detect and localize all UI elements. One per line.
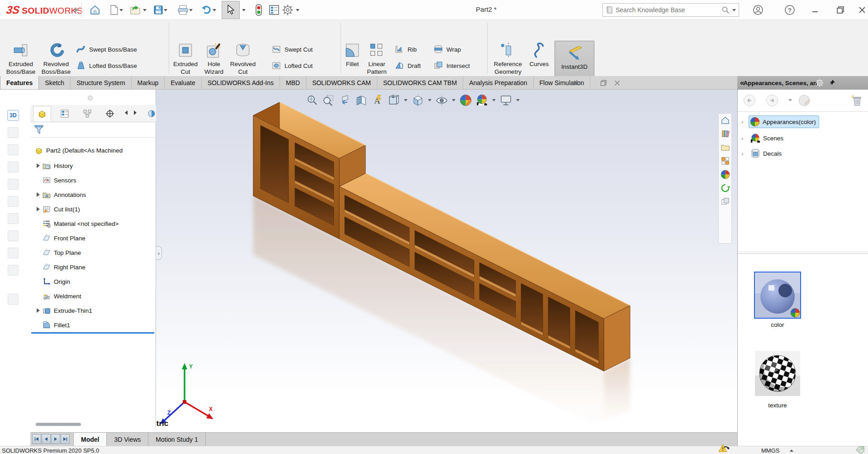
file-explorer-icon[interactable] <box>721 143 730 152</box>
display-style-icon[interactable] <box>412 94 424 106</box>
tab-mbd[interactable]: MBD <box>280 76 306 89</box>
dimxpertmanager-tab[interactable] <box>101 106 119 121</box>
tab-scroll-right-icon[interactable] <box>133 110 138 116</box>
search-input[interactable] <box>616 6 719 14</box>
print-button[interactable] <box>176 4 189 16</box>
apply-scene-icon[interactable] <box>476 94 488 106</box>
left-toolbar-button-4[interactable] <box>6 160 20 174</box>
previous-tab-button[interactable] <box>42 434 51 444</box>
search-knowledge-base[interactable] <box>602 3 739 17</box>
zoom-area-icon[interactable] <box>323 94 335 106</box>
select-tool-caret[interactable] <box>241 4 247 16</box>
open-caret[interactable] <box>142 4 147 16</box>
rebuild-button[interactable] <box>252 4 265 16</box>
toolbar-expand-icon[interactable] <box>70 4 83 16</box>
new-document-caret[interactable] <box>119 4 124 16</box>
tab-structure-system[interactable]: Structure System <box>71 76 131 89</box>
tree-item-history[interactable]: History <box>30 158 156 173</box>
units-value[interactable]: MMGS <box>761 447 779 454</box>
lofted-boss-button[interactable]: Lofted Boss/Base <box>76 59 137 72</box>
pane-back-button[interactable] <box>743 94 756 107</box>
display-style-caret[interactable] <box>428 99 432 101</box>
chevron-right-icon[interactable]: › <box>741 150 749 157</box>
tree-item-sensors[interactable]: Sensors <box>30 173 156 187</box>
featuremanager-tab[interactable] <box>33 106 51 121</box>
left-toolbar-button-3[interactable] <box>6 143 20 157</box>
last-tab-button[interactable] <box>61 434 70 444</box>
design-library-icon[interactable] <box>721 129 730 139</box>
tree-item-extrude-thin[interactable]: Extrude-Thin1 <box>30 303 156 318</box>
apply-scene-caret[interactable] <box>492 99 496 101</box>
appearance-thumbnail-texture[interactable] <box>755 351 800 396</box>
tag-icon[interactable] <box>855 446 865 454</box>
resources-home-icon[interactable] <box>721 115 730 125</box>
options-pane-button[interactable] <box>268 4 280 16</box>
rollback-bar[interactable] <box>31 332 154 334</box>
tree-item-top-plane[interactable]: Top Plane <box>30 245 156 260</box>
tree-item-fillet[interactable]: Fillet1 <box>30 318 156 332</box>
tab-scroll-icon[interactable] <box>574 78 580 88</box>
pane-tree-scenes[interactable]: › Scenes <box>738 131 868 145</box>
first-tab-button[interactable] <box>32 434 41 444</box>
swept-cut-button[interactable]: Swept Cut <box>271 43 313 56</box>
view-orientation-icon[interactable] <box>388 94 400 106</box>
tree-root-row[interactable]: Part2 (Default<As Machined <box>30 143 156 158</box>
left-toolbar-button-2[interactable] <box>6 126 20 139</box>
restore-button[interactable] <box>834 4 847 16</box>
account-icon[interactable] <box>752 4 764 16</box>
search-caret[interactable] <box>732 9 736 11</box>
save-caret[interactable] <box>163 4 168 16</box>
tab-solidworks-add-ins[interactable]: SOLIDWORKS Add-Ins <box>202 76 280 89</box>
left-toolbar-3d-sketch-button[interactable]: 3D <box>6 109 20 122</box>
chevron-right-icon[interactable]: › <box>741 119 749 125</box>
undo-caret[interactable] <box>212 4 217 16</box>
settings-gear-button[interactable] <box>281 4 294 16</box>
units-caret-icon[interactable] <box>790 449 793 452</box>
tree-horizontal-scrollbar[interactable] <box>36 423 81 426</box>
tab-sketch[interactable]: Sketch <box>39 76 71 89</box>
rebuild-warning-icon[interactable]: ! <box>718 443 730 454</box>
swept-boss-button[interactable]: Swept Boss/Base <box>76 43 137 56</box>
zoom-fit-icon[interactable] <box>306 94 318 106</box>
tree-filter-row[interactable] <box>30 122 156 138</box>
left-toolbar-button-10[interactable] <box>6 263 20 277</box>
annotation-views-icon[interactable]: A <box>371 94 384 106</box>
custom-properties-icon[interactable] <box>721 183 730 193</box>
settings-caret[interactable] <box>295 4 300 16</box>
pane-tree-appearances[interactable]: › Appearances(color) <box>738 115 868 129</box>
view-settings-icon[interactable] <box>500 94 512 106</box>
tab-features[interactable]: Features <box>0 76 39 89</box>
print-caret[interactable] <box>188 4 194 16</box>
view-settings-caret[interactable] <box>516 99 520 101</box>
wrap-button[interactable]: Wrap <box>433 43 461 56</box>
intersect-button[interactable]: Intersect <box>433 59 470 72</box>
chevron-right-icon[interactable]: › <box>741 135 749 142</box>
rib-button[interactable]: Rib <box>394 43 417 56</box>
pane-tree-decals[interactable]: › Decals <box>738 147 868 160</box>
pane-gear-icon[interactable] <box>815 78 824 87</box>
propertymanager-tab[interactable] <box>56 106 74 121</box>
tab-markup[interactable]: Markup <box>132 76 165 89</box>
close-button[interactable] <box>856 4 868 16</box>
pane-delete-icon[interactable] <box>851 94 863 107</box>
previous-view-icon[interactable] <box>339 94 351 106</box>
pane-forward-button[interactable] <box>766 94 778 107</box>
tree-item-annotations[interactable]: A Annotations <box>30 187 156 202</box>
tree-item-weldment[interactable]: Weldment <box>30 289 156 303</box>
section-view-icon[interactable] <box>355 94 367 106</box>
tree-item-origin[interactable]: Origin <box>30 274 156 289</box>
feature-tree-flyout-handle[interactable]: › <box>156 246 162 260</box>
tree-item-right-plane[interactable]: Right Plane <box>30 260 156 274</box>
minimize-button[interactable] <box>809 4 821 16</box>
left-toolbar-button-7[interactable] <box>6 212 20 225</box>
pin-icon[interactable] <box>828 79 836 87</box>
appearance-thumbnail-color[interactable] <box>755 272 800 318</box>
tab-scroll-left-icon[interactable] <box>123 110 129 116</box>
document-close-button[interactable] <box>612 78 621 88</box>
undo-button[interactable] <box>200 4 213 16</box>
tab-solidworks-cam-tbm[interactable]: SOLIDWORKS CAM TBM <box>377 76 463 89</box>
draft-button[interactable]: Draft <box>394 59 421 72</box>
configurationmanager-tab[interactable] <box>78 106 96 121</box>
pane-splitter[interactable] <box>738 253 868 254</box>
panel-splitter-handle[interactable] <box>88 96 93 100</box>
